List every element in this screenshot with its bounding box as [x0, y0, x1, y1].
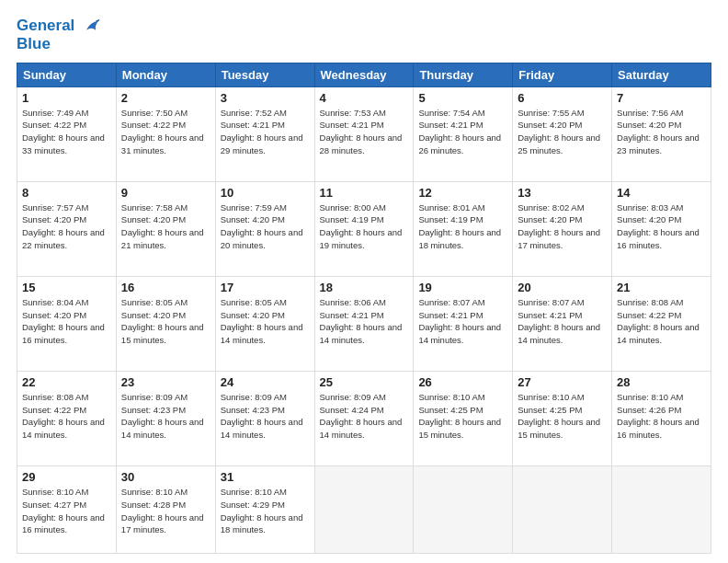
day-info: Sunrise: 8:05 AMSunset: 4:20 PMDaylight:… — [121, 296, 210, 347]
day-info: Sunrise: 8:08 AMSunset: 4:22 PMDaylight:… — [22, 391, 111, 442]
day-info: Sunrise: 8:09 AMSunset: 4:23 PMDaylight:… — [221, 391, 310, 442]
day-number: 21 — [617, 281, 706, 294]
weekday-header: Thursday — [414, 63, 513, 86]
header: General Blue — [17, 17, 711, 53]
day-info: Sunrise: 8:01 AMSunset: 4:19 PMDaylight:… — [418, 201, 507, 252]
day-info: Sunrise: 7:59 AMSunset: 4:20 PMDaylight:… — [221, 201, 310, 252]
day-info: Sunrise: 8:10 AMSunset: 4:25 PMDaylight:… — [418, 391, 507, 442]
day-info: Sunrise: 8:05 AMSunset: 4:20 PMDaylight:… — [221, 296, 310, 347]
day-number: 23 — [121, 375, 210, 389]
calendar-cell: 26Sunrise: 8:10 AMSunset: 4:25 PMDayligh… — [414, 371, 513, 465]
logo-general: General — [17, 17, 74, 34]
day-info: Sunrise: 8:08 AMSunset: 4:22 PMDaylight:… — [617, 296, 706, 347]
day-info: Sunrise: 8:10 AMSunset: 4:25 PMDaylight:… — [518, 391, 607, 442]
day-info: Sunrise: 7:57 AMSunset: 4:20 PMDaylight:… — [22, 201, 111, 252]
day-number: 10 — [221, 186, 310, 200]
day-number: 5 — [418, 91, 507, 105]
calendar-cell: 4Sunrise: 7:53 AMSunset: 4:21 PMDaylight… — [314, 86, 414, 181]
calendar-cell: 19Sunrise: 8:07 AMSunset: 4:21 PMDayligh… — [414, 276, 513, 371]
calendar-cell: 13Sunrise: 8:02 AMSunset: 4:20 PMDayligh… — [513, 181, 612, 276]
calendar-cell: 3Sunrise: 7:52 AMSunset: 4:21 PMDaylight… — [215, 86, 314, 181]
day-info: Sunrise: 8:03 AMSunset: 4:20 PMDaylight:… — [617, 201, 706, 252]
day-number: 18 — [320, 281, 409, 294]
day-number: 25 — [320, 375, 409, 389]
calendar-cell — [513, 465, 612, 553]
calendar-cell: 27Sunrise: 8:10 AMSunset: 4:25 PMDayligh… — [513, 371, 612, 465]
day-number: 29 — [22, 470, 111, 484]
weekday-header: Sunday — [17, 63, 117, 86]
day-number: 26 — [418, 375, 507, 389]
day-number: 31 — [221, 470, 310, 484]
calendar-cell: 15Sunrise: 8:04 AMSunset: 4:20 PMDayligh… — [17, 276, 117, 371]
calendar-cell: 17Sunrise: 8:05 AMSunset: 4:20 PMDayligh… — [215, 276, 314, 371]
day-number: 28 — [617, 375, 706, 389]
calendar-cell: 22Sunrise: 8:08 AMSunset: 4:22 PMDayligh… — [17, 371, 117, 465]
day-number: 7 — [617, 91, 706, 105]
day-number: 13 — [518, 186, 607, 200]
calendar-cell: 28Sunrise: 8:10 AMSunset: 4:26 PMDayligh… — [612, 371, 711, 465]
day-number: 12 — [418, 186, 507, 200]
weekday-header: Wednesday — [314, 63, 414, 86]
calendar-cell: 11Sunrise: 8:00 AMSunset: 4:19 PMDayligh… — [314, 181, 414, 276]
calendar-cell — [612, 465, 711, 553]
calendar-cell: 1Sunrise: 7:49 AMSunset: 4:22 PMDaylight… — [17, 86, 117, 181]
day-number: 27 — [518, 375, 607, 389]
calendar-cell: 12Sunrise: 8:01 AMSunset: 4:19 PMDayligh… — [414, 181, 513, 276]
weekday-header: Saturday — [612, 63, 711, 86]
day-number: 4 — [320, 91, 409, 105]
calendar-cell — [314, 465, 414, 553]
day-info: Sunrise: 8:09 AMSunset: 4:24 PMDaylight:… — [320, 391, 409, 442]
calendar-cell: 18Sunrise: 8:06 AMSunset: 4:21 PMDayligh… — [314, 276, 414, 371]
day-number: 15 — [22, 281, 111, 294]
day-number: 14 — [617, 186, 706, 200]
day-number: 24 — [221, 375, 310, 389]
day-info: Sunrise: 8:06 AMSunset: 4:21 PMDaylight:… — [320, 296, 409, 347]
day-number: 3 — [221, 91, 310, 105]
calendar-cell: 23Sunrise: 8:09 AMSunset: 4:23 PMDayligh… — [116, 371, 215, 465]
day-info: Sunrise: 8:10 AMSunset: 4:29 PMDaylight:… — [221, 486, 310, 536]
calendar-cell: 2Sunrise: 7:50 AMSunset: 4:22 PMDaylight… — [116, 86, 215, 181]
day-number: 2 — [121, 91, 210, 105]
calendar-cell: 25Sunrise: 8:09 AMSunset: 4:24 PMDayligh… — [314, 371, 414, 465]
calendar-cell: 30Sunrise: 8:10 AMSunset: 4:28 PMDayligh… — [116, 465, 215, 553]
calendar-cell: 7Sunrise: 7:56 AMSunset: 4:20 PMDaylight… — [612, 86, 711, 181]
weekday-header: Monday — [116, 63, 215, 86]
calendar-cell: 6Sunrise: 7:55 AMSunset: 4:20 PMDaylight… — [513, 86, 612, 181]
calendar-cell — [414, 465, 513, 553]
calendar-cell: 14Sunrise: 8:03 AMSunset: 4:20 PMDayligh… — [612, 181, 711, 276]
day-info: Sunrise: 7:56 AMSunset: 4:20 PMDaylight:… — [617, 107, 706, 157]
calendar-cell: 29Sunrise: 8:10 AMSunset: 4:27 PMDayligh… — [17, 465, 117, 553]
calendar-cell: 9Sunrise: 7:58 AMSunset: 4:20 PMDaylight… — [116, 181, 215, 276]
day-info: Sunrise: 8:07 AMSunset: 4:21 PMDaylight:… — [418, 296, 507, 347]
day-number: 9 — [121, 186, 210, 200]
day-info: Sunrise: 7:53 AMSunset: 4:21 PMDaylight:… — [320, 107, 409, 157]
day-info: Sunrise: 8:10 AMSunset: 4:26 PMDaylight:… — [617, 391, 706, 442]
day-info: Sunrise: 7:49 AMSunset: 4:22 PMDaylight:… — [22, 107, 111, 157]
calendar-cell: 5Sunrise: 7:54 AMSunset: 4:21 PMDaylight… — [414, 86, 513, 181]
day-number: 20 — [518, 281, 607, 294]
day-info: Sunrise: 8:10 AMSunset: 4:27 PMDaylight:… — [22, 486, 111, 536]
day-number: 22 — [22, 375, 111, 389]
day-info: Sunrise: 7:55 AMSunset: 4:20 PMDaylight:… — [518, 107, 607, 157]
day-number: 8 — [22, 186, 111, 200]
calendar-cell: 24Sunrise: 8:09 AMSunset: 4:23 PMDayligh… — [215, 371, 314, 465]
day-info: Sunrise: 7:50 AMSunset: 4:22 PMDaylight:… — [121, 107, 210, 157]
day-info: Sunrise: 8:09 AMSunset: 4:23 PMDaylight:… — [121, 391, 210, 442]
logo-bird-icon — [81, 17, 101, 37]
day-number: 11 — [320, 186, 409, 200]
calendar-cell: 31Sunrise: 8:10 AMSunset: 4:29 PMDayligh… — [215, 465, 314, 553]
day-info: Sunrise: 7:54 AMSunset: 4:21 PMDaylight:… — [418, 107, 507, 157]
logo: General Blue — [17, 17, 101, 53]
calendar-cell: 8Sunrise: 7:57 AMSunset: 4:20 PMDaylight… — [17, 181, 117, 276]
day-info: Sunrise: 8:02 AMSunset: 4:20 PMDaylight:… — [518, 201, 607, 252]
day-info: Sunrise: 7:52 AMSunset: 4:21 PMDaylight:… — [221, 107, 310, 157]
day-info: Sunrise: 8:00 AMSunset: 4:19 PMDaylight:… — [320, 201, 409, 252]
day-info: Sunrise: 8:10 AMSunset: 4:28 PMDaylight:… — [121, 486, 210, 536]
day-number: 16 — [121, 281, 210, 294]
day-info: Sunrise: 8:07 AMSunset: 4:21 PMDaylight:… — [518, 296, 607, 347]
day-number: 17 — [221, 281, 310, 294]
day-number: 6 — [518, 91, 607, 105]
logo-blue: Blue — [17, 35, 101, 53]
day-number: 19 — [418, 281, 507, 294]
day-info: Sunrise: 7:58 AMSunset: 4:20 PMDaylight:… — [121, 201, 210, 252]
